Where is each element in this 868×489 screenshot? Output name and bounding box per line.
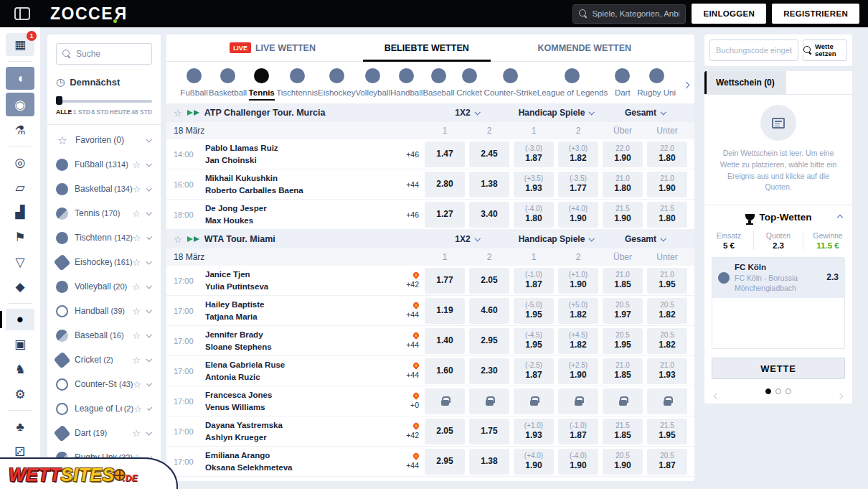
odds-button[interactable]: 21.51.80 xyxy=(647,202,687,228)
odds-button[interactable]: (+1.0)1.93 xyxy=(514,419,554,444)
sport-tab[interactable]: Dart xyxy=(608,68,637,97)
match-row[interactable]: 17:00 Janice Tjen Yulia Putintseva +42 1… xyxy=(166,266,694,296)
sidebar-item-favoriten[interactable]: ☆ Favoriten (0) xyxy=(56,128,152,152)
odds-button[interactable]: (-4.0)1.80 xyxy=(514,202,554,228)
favorite-star-icon[interactable]: ☆ xyxy=(132,330,141,341)
odds-button[interactable]: 21.01.90 xyxy=(647,172,687,197)
match-row[interactable]: 17:00 Elena Gabriela Ruse Antonia Ruzic … xyxy=(166,356,694,386)
market-dropdown-1x2[interactable]: 1X2 xyxy=(425,108,509,118)
sidebar-search[interactable] xyxy=(56,43,152,65)
odds-button[interactable] xyxy=(558,388,598,414)
match-players[interactable]: Elena Gabriela Ruse Antonia Ruzic xyxy=(205,359,393,383)
tab-live-wetten[interactable]: LIVE LIVE WETTEN xyxy=(208,34,337,61)
odds-button[interactable]: 2.05 xyxy=(425,419,465,444)
odds-button[interactable]: 20.51.82 xyxy=(647,298,687,324)
odds-button[interactable] xyxy=(603,388,643,414)
odds-button[interactable]: 20.51.87 xyxy=(647,449,687,475)
sport-tab[interactable]: Handball xyxy=(390,68,423,97)
odds-button[interactable]: 20.51.90 xyxy=(603,449,643,475)
match-players[interactable]: Hailey Baptiste Tatjana Maria xyxy=(205,299,393,322)
odds-button[interactable]: 2.45 xyxy=(469,141,509,167)
sidebar-sport-item[interactable]: Handball (39) ☆ xyxy=(56,299,152,323)
odds-button[interactable]: (+4.0)1.90 xyxy=(514,449,554,475)
chevron-down-icon[interactable] xyxy=(146,210,151,215)
tab-kommende-wetten[interactable]: KOMMENDE WETTEN xyxy=(516,34,654,61)
chevron-down-icon[interactable] xyxy=(146,234,152,240)
odds-button[interactable] xyxy=(469,388,509,414)
booking-code-input[interactable] xyxy=(709,39,798,61)
odds-button[interactable]: 1.75 xyxy=(469,419,509,444)
odds-button[interactable]: 20.51.95 xyxy=(603,328,643,354)
match-players[interactable]: Francesca Jones Venus Williams xyxy=(205,389,393,413)
sport-tab[interactable]: Counter-Strike xyxy=(484,68,537,97)
rail-item[interactable]: ⚗ xyxy=(6,119,34,141)
slider-handle[interactable] xyxy=(56,96,62,105)
tab-wettschein[interactable]: Wettschein (0) xyxy=(704,71,786,94)
match-players[interactable]: De Jong Jesper Max Houkes xyxy=(205,202,393,226)
odds-button[interactable]: 22.01.90 xyxy=(603,141,643,167)
sidebar-sport-item[interactable]: Tennis (170) ☆ xyxy=(56,201,152,225)
favorite-star-icon[interactable]: ☆ xyxy=(132,159,141,170)
odds-button[interactable]: 22.01.80 xyxy=(647,141,687,167)
rail-item[interactable]: ♣ xyxy=(6,416,34,438)
rail-item[interactable]: ▱ xyxy=(6,177,34,199)
chevron-left-icon[interactable] xyxy=(714,388,719,401)
odds-button[interactable]: (-4.0)1.90 xyxy=(558,449,598,475)
odds-button[interactable]: 2.05 xyxy=(469,268,509,294)
odds-button[interactable]: (+1.0)1.90 xyxy=(558,268,598,294)
sidebar-sport-item[interactable]: Dart (19) ☆ xyxy=(56,421,152,445)
chevron-down-icon[interactable] xyxy=(146,332,151,337)
odds-button[interactable]: 2.80 xyxy=(425,172,465,197)
chevron-down-icon[interactable] xyxy=(146,185,152,191)
odds-button[interactable]: (-2.5)1.87 xyxy=(514,358,554,384)
odds-button[interactable]: 21.51.85 xyxy=(603,419,643,444)
odds-button[interactable]: 1.38 xyxy=(469,172,509,197)
login-button[interactable]: EINLOGGEN xyxy=(692,4,766,24)
sidebar-sport-item[interactable]: Eishockey (161) ☆ xyxy=(56,250,152,274)
favorite-star-icon[interactable]: ☆ xyxy=(132,281,141,292)
rail-item[interactable]: ♞ xyxy=(6,358,34,381)
odds-button[interactable]: 20.51.97 xyxy=(603,298,643,324)
odds-button[interactable]: 2.95 xyxy=(469,328,509,354)
odds-button[interactable]: 1.47 xyxy=(425,141,465,167)
top-bet-item[interactable]: FC Köln FC Köln - Borussia Mönchengladba… xyxy=(712,258,844,298)
match-players[interactable]: Mikhail Kukushkin Roberto Carballes Baen… xyxy=(205,172,393,196)
chevron-up-icon[interactable] xyxy=(837,215,843,220)
sidebar-sport-item[interactable]: Counter-Strike (43) ☆ xyxy=(56,372,152,396)
odds-button[interactable]: (-3.0)1.87 xyxy=(514,141,554,167)
sport-tab[interactable]: Rugby Uni xyxy=(637,68,676,97)
rail-item[interactable]: ◆ xyxy=(6,276,34,298)
slider-label-8std[interactable]: 8 STD xyxy=(91,108,108,116)
match-row[interactable]: 14:00 Pablo Llamas Ruiz Jan Choinski +46… xyxy=(166,139,694,169)
odds-button[interactable] xyxy=(647,388,687,414)
bet-match[interactable]: FC Köln - Borussia Mönchengladbach xyxy=(735,273,821,293)
odds-button[interactable]: 1.40 xyxy=(425,328,465,354)
rail-item[interactable]: ⚑ xyxy=(6,226,34,248)
chevron-right-icon[interactable] xyxy=(684,78,689,90)
global-search-input[interactable] xyxy=(592,9,679,18)
sidebar-sport-item[interactable]: Volleyball (20) ☆ xyxy=(56,274,152,299)
sidebar-sport-item[interactable]: Basketball (134) ☆ xyxy=(56,177,152,201)
market-dropdown-handicap[interactable]: Handicap Spiele xyxy=(514,234,598,244)
rail-item[interactable]: ◖ xyxy=(6,67,34,90)
match-row[interactable]: 17:00 Jennifer Brady Sloane Stephens +44… xyxy=(166,326,694,356)
odds-button[interactable]: 1.77 xyxy=(425,268,465,294)
sport-tab[interactable]: Baseball xyxy=(423,68,454,97)
odds-button[interactable]: 21.51.90 xyxy=(603,202,643,228)
market-dropdown-handicap[interactable]: Handicap Spiele xyxy=(514,108,598,118)
chevron-right-icon[interactable] xyxy=(838,388,842,401)
rail-item[interactable]: ▟ xyxy=(6,202,34,224)
favorite-star-icon[interactable]: ☆ xyxy=(133,233,141,243)
rail-item[interactable]: ▽ xyxy=(6,251,34,274)
odds-button[interactable] xyxy=(514,388,554,414)
match-players[interactable]: Janice Tjen Yulia Putintseva xyxy=(205,269,393,292)
register-button[interactable]: REGISTRIEREN xyxy=(772,4,859,24)
match-row[interactable]: 17:00 Dayana Yastremska Ashlyn Krueger +… xyxy=(166,416,694,447)
sport-tab[interactable]: League of Legends xyxy=(537,68,608,97)
favorite-star-icon[interactable]: ☆ xyxy=(133,404,142,414)
chevron-down-icon[interactable] xyxy=(146,259,152,264)
odds-button[interactable]: 21.01.95 xyxy=(647,268,687,294)
odds-button[interactable]: 21.01.80 xyxy=(603,172,643,197)
sport-tab[interactable]: Tennis xyxy=(247,68,276,97)
match-row[interactable]: 18:00 De Jong Jesper Max Houkes +46 1.27… xyxy=(166,200,694,230)
